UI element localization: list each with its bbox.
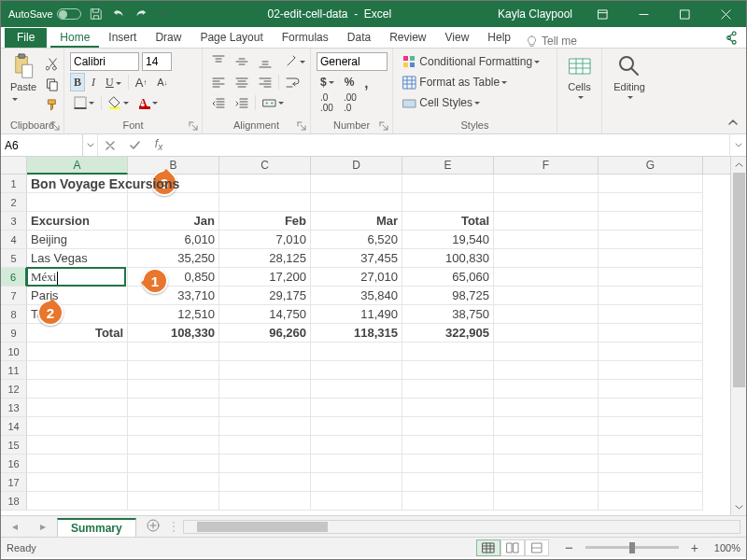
decrease-indent-button[interactable] bbox=[208, 93, 229, 112]
cell-editor[interactable]: Méxi bbox=[26, 267, 126, 287]
select-all-corner[interactable] bbox=[1, 157, 27, 174]
row-header[interactable]: 16 bbox=[1, 455, 27, 473]
row-header[interactable]: 9 bbox=[1, 324, 27, 343]
cell[interactable]: 96,260 bbox=[219, 324, 311, 343]
tab-view[interactable]: View bbox=[436, 28, 479, 48]
view-page-break-button[interactable] bbox=[525, 539, 549, 556]
save-button[interactable] bbox=[89, 7, 104, 21]
cell[interactable]: 65,060 bbox=[402, 268, 494, 287]
scrollbar-thumb[interactable] bbox=[197, 522, 328, 532]
shrink-font-button[interactable]: A↓ bbox=[153, 73, 171, 91]
cell[interactable]: Feb bbox=[219, 212, 311, 231]
merge-center-button[interactable] bbox=[259, 93, 288, 112]
cell-styles-button[interactable]: Cell Styles bbox=[399, 93, 484, 112]
format-painter-button[interactable] bbox=[42, 95, 63, 114]
cell[interactable]: 35,840 bbox=[311, 287, 402, 305]
name-box-dropdown[interactable] bbox=[83, 134, 98, 156]
cell[interactable]: 100,830 bbox=[402, 249, 494, 268]
share-button[interactable] bbox=[712, 31, 746, 48]
row-header[interactable]: 7 bbox=[1, 287, 27, 305]
row-header[interactable]: 3 bbox=[1, 212, 27, 231]
tab-page-layout[interactable]: Page Layout bbox=[190, 28, 272, 48]
cell[interactable]: 29,175 bbox=[219, 287, 311, 305]
cell[interactable]: 6,010 bbox=[128, 231, 219, 249]
cell[interactable]: 38,750 bbox=[402, 305, 494, 324]
row-header[interactable]: 10 bbox=[1, 343, 27, 361]
scroll-down-button[interactable] bbox=[731, 499, 746, 515]
orientation-button[interactable] bbox=[281, 52, 309, 71]
tab-draw[interactable]: Draw bbox=[146, 28, 190, 48]
cell[interactable]: 17,200 bbox=[219, 268, 311, 287]
cell[interactable]: 108,330 bbox=[128, 324, 219, 343]
view-normal-button[interactable] bbox=[476, 539, 500, 556]
cell[interactable]: Beijing bbox=[27, 231, 128, 249]
cell[interactable]: Bon Voyage Excursions bbox=[27, 175, 128, 193]
row-header[interactable]: 5 bbox=[1, 249, 27, 268]
conditional-formatting-button[interactable]: Conditional Formatting bbox=[399, 52, 543, 71]
col-header-c[interactable]: C bbox=[219, 157, 311, 174]
enter-edit-button[interactable] bbox=[122, 134, 147, 156]
cell[interactable]: 322,905 bbox=[402, 324, 494, 343]
zoom-out-button[interactable]: − bbox=[560, 539, 578, 557]
editing-button[interactable]: Editing bbox=[608, 51, 651, 100]
row-header[interactable]: 13 bbox=[1, 399, 27, 417]
zoom-slider[interactable] bbox=[585, 546, 679, 549]
name-box[interactable] bbox=[1, 134, 83, 156]
tell-me-search[interactable]: Tell me bbox=[526, 35, 577, 48]
row-header[interactable]: 15 bbox=[1, 436, 27, 455]
row-header[interactable]: 17 bbox=[1, 473, 27, 492]
scroll-up-button[interactable] bbox=[731, 157, 746, 173]
tab-data[interactable]: Data bbox=[338, 28, 380, 48]
cell[interactable]: 37,455 bbox=[311, 249, 402, 268]
decrease-decimal-button[interactable]: .00.0 bbox=[340, 93, 360, 112]
col-header-a[interactable]: A bbox=[27, 157, 128, 175]
col-header-g[interactable]: G bbox=[599, 157, 703, 174]
font-size-input[interactable] bbox=[142, 52, 172, 71]
insert-function-button[interactable]: fx bbox=[147, 134, 171, 156]
grid-body[interactable]: 1 Bon Voyage Excursions 2 3 Excursion Ja… bbox=[1, 175, 746, 511]
view-page-layout-button[interactable] bbox=[500, 539, 525, 556]
cell[interactable]: 11,490 bbox=[311, 305, 402, 324]
cell[interactable]: 98,725 bbox=[402, 287, 494, 305]
accounting-format-button[interactable]: $ bbox=[317, 73, 338, 91]
vertical-scrollbar[interactable] bbox=[730, 157, 746, 515]
dialog-launcher-icon[interactable] bbox=[50, 121, 60, 131]
fill-color-button[interactable] bbox=[105, 93, 133, 112]
col-header-f[interactable]: F bbox=[494, 157, 599, 174]
cell[interactable]: 33,710 bbox=[128, 287, 219, 305]
row-header[interactable]: 1 bbox=[1, 175, 27, 193]
font-color-button[interactable]: A bbox=[135, 93, 162, 112]
row-header[interactable]: 18 bbox=[1, 492, 27, 511]
tab-insert[interactable]: Insert bbox=[99, 28, 146, 48]
cell[interactable]: Excursion bbox=[27, 212, 128, 231]
cell[interactable]: 28,125 bbox=[219, 249, 311, 268]
user-name[interactable]: Kayla Claypool bbox=[488, 7, 582, 21]
underline-button[interactable]: U bbox=[102, 73, 125, 91]
format-as-table-button[interactable]: Format as Table bbox=[399, 73, 511, 91]
cell[interactable]: 12,510 bbox=[128, 305, 219, 324]
cell[interactable]: Jan bbox=[128, 212, 219, 231]
tab-review[interactable]: Review bbox=[380, 28, 435, 48]
cell[interactable]: 118,315 bbox=[311, 324, 402, 343]
tab-home[interactable]: Home bbox=[50, 28, 99, 48]
undo-button[interactable] bbox=[111, 7, 126, 21]
comma-format-button[interactable]: , bbox=[360, 73, 372, 91]
cell[interactable]: Las Vegas bbox=[27, 249, 128, 268]
tab-formulas[interactable]: Formulas bbox=[273, 28, 338, 48]
row-header[interactable]: 2 bbox=[1, 193, 27, 212]
expand-formula-bar-button[interactable] bbox=[729, 134, 746, 156]
dialog-launcher-icon[interactable] bbox=[297, 121, 306, 131]
font-name-input[interactable] bbox=[70, 52, 139, 71]
align-right-button[interactable] bbox=[255, 73, 275, 91]
percent-format-button[interactable]: % bbox=[341, 73, 359, 91]
scrollbar-thumb[interactable] bbox=[733, 173, 745, 387]
zoom-level[interactable]: 100% bbox=[703, 542, 740, 553]
horizontal-scrollbar[interactable] bbox=[183, 520, 740, 534]
maximize-button[interactable] bbox=[664, 1, 705, 27]
cell[interactable]: 19,540 bbox=[402, 231, 494, 249]
zoom-in-button[interactable]: + bbox=[686, 539, 703, 557]
ribbon-options-button[interactable] bbox=[582, 1, 623, 27]
cells-button[interactable]: Cells bbox=[563, 51, 596, 100]
paste-button[interactable]: Paste bbox=[7, 51, 40, 114]
grow-font-button[interactable]: A↑ bbox=[132, 73, 151, 91]
